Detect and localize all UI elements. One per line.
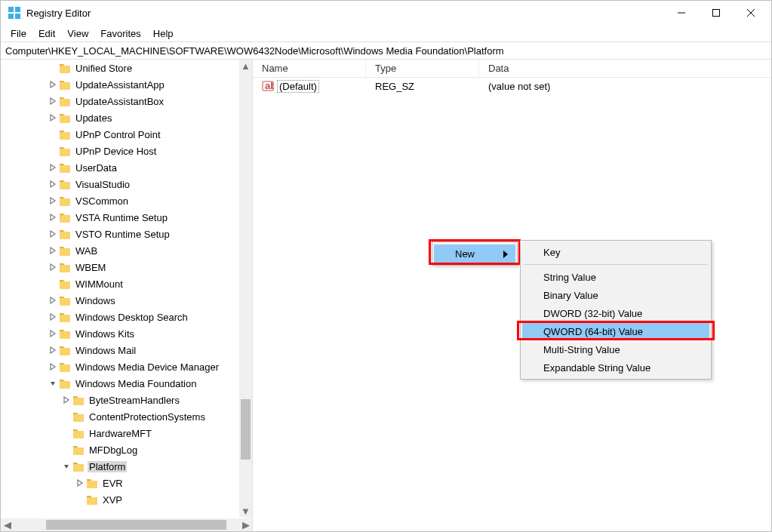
value-type: REG_SZ — [366, 81, 479, 92]
menu-favorites[interactable]: Favorites — [95, 26, 146, 41]
tree-node[interactable]: Unified Store — [1, 60, 252, 76]
tree-node-label: Updates — [74, 112, 113, 124]
expander-open-icon[interactable] — [48, 378, 58, 389]
svg-marker-21 — [51, 347, 55, 353]
menu-file[interactable]: File — [5, 26, 32, 41]
expander-closed-icon[interactable] — [61, 395, 72, 405]
close-button[interactable] — [734, 1, 768, 25]
tree-node[interactable]: Windows Desktop Search — [1, 309, 252, 325]
tree-node-label: VSTA Runtime Setup — [74, 212, 169, 223]
folder-icon — [59, 245, 71, 256]
tree-vscrollbar[interactable]: ▲ ▼ — [239, 60, 252, 518]
expander-closed-icon[interactable] — [48, 96, 58, 106]
expander-closed-icon[interactable] — [48, 179, 58, 189]
menu-item-key[interactable]: Key — [522, 243, 709, 261]
svg-marker-19 — [51, 314, 55, 320]
tree-node[interactable]: VSTO Runtime Setup — [1, 226, 252, 242]
folder-icon — [59, 262, 71, 272]
tree-node[interactable]: WBEM — [1, 259, 252, 275]
menu-item-new[interactable]: New — [434, 244, 515, 263]
tree-node[interactable]: Windows Mail — [1, 342, 252, 358]
tree-node[interactable]: WIMMount — [1, 275, 252, 292]
tree-node[interactable]: ByteStreamHandlers — [1, 392, 252, 408]
tree-node-label: VSCommon — [74, 195, 130, 207]
tree-node[interactable]: VSCommon — [1, 192, 252, 209]
tree-node[interactable]: ContentProtectionSystems — [1, 408, 252, 425]
expander-closed-icon[interactable] — [48, 345, 58, 355]
col-name[interactable]: Name — [253, 60, 366, 77]
tree-node[interactable]: VisualStudio — [1, 176, 252, 192]
folder-icon — [72, 395, 85, 405]
col-data[interactable]: Data — [479, 60, 771, 77]
expander-open-icon[interactable] — [61, 461, 72, 472]
scroll-down-arrow-icon[interactable]: ▼ — [239, 505, 252, 518]
folder-icon — [59, 229, 71, 239]
expander-closed-icon[interactable] — [48, 328, 58, 339]
svg-marker-20 — [51, 331, 55, 337]
minimize-button[interactable] — [664, 1, 699, 25]
expander-closed-icon[interactable] — [48, 245, 58, 256]
tree-hscroll-thumb[interactable] — [46, 520, 226, 530]
expander-closed-icon[interactable] — [48, 229, 58, 239]
menu-item-qword-value[interactable]: QWORD (64-bit) Value — [522, 322, 709, 340]
expander-closed-icon[interactable] — [48, 162, 58, 173]
expander-closed-icon[interactable] — [48, 312, 58, 322]
tree-node[interactable]: UPnP Device Host — [1, 143, 252, 159]
tree-node[interactable]: Windows — [1, 292, 252, 309]
col-type[interactable]: Type — [366, 60, 479, 77]
expander-closed-icon[interactable] — [48, 79, 58, 90]
expander-closed-icon[interactable] — [48, 112, 58, 123]
tree-node[interactable]: VSTA Runtime Setup — [1, 209, 252, 226]
scroll-up-arrow-icon[interactable]: ▲ — [239, 60, 252, 72]
menu-item-string-value[interactable]: String Value — [522, 268, 709, 286]
tree-node[interactable]: UPnP Control Point — [1, 126, 252, 143]
tree-node[interactable]: WAB — [1, 242, 252, 259]
tree-node[interactable]: Windows Media Device Manager — [1, 358, 252, 375]
tree-node-label: EVR — [101, 478, 125, 489]
maximize-button[interactable] — [699, 1, 734, 25]
menu-item-multistring-value[interactable]: Multi-String Value — [522, 340, 709, 358]
folder-icon — [59, 278, 71, 289]
folder-icon — [59, 146, 71, 156]
svg-marker-12 — [51, 181, 55, 187]
tree[interactable]: Unified StoreUpdateAssistantAppUpdateAss… — [1, 60, 252, 518]
svg-marker-10 — [51, 115, 55, 121]
menu-item-expandable-string-value[interactable]: Expandable String Value — [522, 358, 709, 377]
tree-node[interactable]: MFDbgLog — [1, 441, 252, 458]
tree-node-label: UpdateAssistantBox — [74, 96, 165, 107]
tree-node[interactable]: XVP — [1, 491, 252, 508]
folder-icon — [59, 328, 71, 339]
tree-node-label: WBEM — [74, 262, 107, 273]
list-pane[interactable]: Name Type Data ab (Default) REG_SZ (valu… — [253, 60, 771, 531]
tree-node[interactable]: EVR — [1, 475, 252, 491]
tree-hscrollbar[interactable]: ◀ ▶ — [1, 518, 252, 531]
tree-node[interactable]: UpdateAssistantApp — [1, 76, 252, 93]
expander-closed-icon[interactable] — [48, 195, 58, 206]
scroll-right-arrow-icon[interactable]: ▶ — [239, 518, 252, 531]
menu-item-binary-value[interactable]: Binary Value — [522, 286, 709, 304]
tree-node[interactable]: HardwareMFT — [1, 425, 252, 441]
expander-closed-icon[interactable] — [48, 212, 58, 223]
svg-marker-14 — [51, 214, 55, 220]
expander-closed-icon[interactable] — [75, 478, 85, 488]
list-row[interactable]: ab (Default) REG_SZ (value not set) — [253, 78, 771, 94]
svg-marker-25 — [64, 465, 69, 469]
tree-vscroll-thumb[interactable] — [241, 399, 251, 460]
menu-edit[interactable]: Edit — [33, 26, 60, 41]
expander-closed-icon[interactable] — [48, 295, 58, 306]
menu-view[interactable]: View — [62, 26, 94, 41]
tree-node[interactable]: UpdateAssistantBox — [1, 93, 252, 109]
address-bar[interactable]: Computer\HKEY_LOCAL_MACHINE\SOFTWARE\WOW… — [1, 42, 771, 60]
tree-node-label: Windows Media Device Manager — [74, 361, 220, 373]
tree-node[interactable]: Windows Kits — [1, 325, 252, 342]
tree-node-label: UPnP Device Host — [74, 146, 158, 157]
expander-closed-icon[interactable] — [48, 361, 58, 372]
tree-node[interactable]: Windows Media Foundation — [1, 375, 252, 392]
tree-node[interactable]: Updates — [1, 109, 252, 126]
menu-help[interactable]: Help — [148, 26, 179, 41]
scroll-left-arrow-icon[interactable]: ◀ — [1, 518, 14, 531]
menu-item-dword-value[interactable]: DWORD (32-bit) Value — [522, 304, 709, 322]
expander-closed-icon[interactable] — [48, 262, 58, 272]
tree-node[interactable]: Platform — [1, 458, 252, 475]
tree-node[interactable]: UserData — [1, 159, 252, 176]
